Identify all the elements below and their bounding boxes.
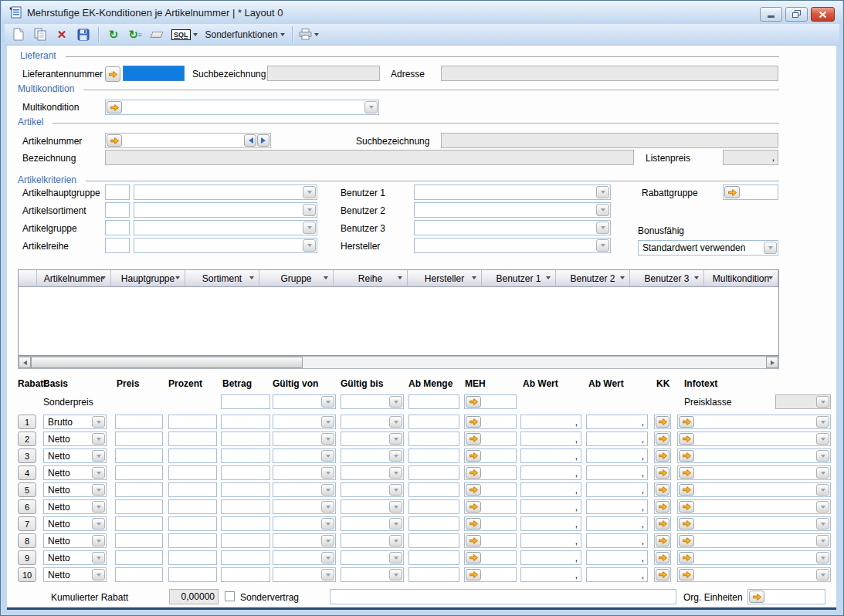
column-filter-icon[interactable] xyxy=(323,273,331,283)
rabatt-row-number[interactable]: 9 xyxy=(18,550,36,565)
gueltig-bis-select[interactable] xyxy=(341,465,404,480)
lookup-arrow-icon[interactable] xyxy=(466,569,481,580)
basis-select[interactable]: Netto xyxy=(43,516,107,531)
rabatt-row-number[interactable]: 5 xyxy=(18,482,36,497)
artikelreihe-select[interactable] xyxy=(134,238,317,253)
ab-wert-1-input[interactable] xyxy=(520,516,581,531)
chevron-down-icon[interactable] xyxy=(816,416,829,428)
ab-menge-input[interactable] xyxy=(408,482,459,497)
org-einheiten-field[interactable] xyxy=(747,589,825,604)
copy-button[interactable] xyxy=(31,26,49,43)
betrag-input[interactable] xyxy=(221,415,270,429)
ab-wert-1-input[interactable] xyxy=(520,432,581,446)
betrag-input[interactable] xyxy=(221,567,270,582)
gueltig-von-select[interactable] xyxy=(273,533,336,548)
lookup-arrow-icon[interactable] xyxy=(679,450,694,462)
betrag-input[interactable] xyxy=(221,432,270,446)
rabatt-row-number[interactable]: 6 xyxy=(18,499,36,514)
sonderpreis-gueltig-von-select[interactable] xyxy=(273,394,336,409)
ab-menge-input[interactable] xyxy=(408,550,459,565)
rabatt-row-number[interactable]: 3 xyxy=(18,448,36,463)
chevron-down-icon[interactable] xyxy=(816,450,829,462)
ab-menge-input[interactable] xyxy=(408,415,459,429)
lookup-arrow-icon[interactable] xyxy=(466,501,481,513)
basis-select[interactable]: Netto xyxy=(43,567,107,582)
multikondition-select[interactable] xyxy=(105,100,379,115)
save-button[interactable] xyxy=(74,26,93,43)
meh-field[interactable] xyxy=(464,448,517,463)
infotext-select[interactable] xyxy=(677,415,831,429)
ab-menge-input[interactable] xyxy=(408,567,459,582)
column-filter-icon[interactable] xyxy=(100,273,109,283)
minimize-button[interactable] xyxy=(760,7,782,22)
lookup-arrow-icon[interactable] xyxy=(466,396,481,408)
chevron-down-icon[interactable] xyxy=(816,433,829,445)
lookup-arrow-icon[interactable] xyxy=(466,535,481,547)
adresse-input[interactable] xyxy=(441,66,778,81)
ab-wert-2-input[interactable] xyxy=(586,567,648,582)
betrag-input[interactable] xyxy=(221,465,270,480)
lieferantennummer-input[interactable] xyxy=(123,66,185,81)
chevron-down-icon[interactable] xyxy=(321,552,334,564)
preis-input[interactable] xyxy=(115,550,163,565)
ab-wert-2-input[interactable] xyxy=(586,533,648,548)
gueltig-bis-select[interactable] xyxy=(341,516,404,531)
print-button[interactable] xyxy=(297,26,321,43)
chevron-down-icon[interactable] xyxy=(321,433,334,445)
rabattgruppe-field[interactable] xyxy=(723,184,778,200)
lookup-arrow-icon[interactable] xyxy=(466,450,481,462)
meh-field[interactable] xyxy=(464,516,517,531)
gueltig-bis-select[interactable] xyxy=(341,432,404,446)
chevron-down-icon[interactable] xyxy=(303,186,316,198)
chevron-down-icon[interactable] xyxy=(816,467,829,479)
lookup-arrow-icon[interactable] xyxy=(679,467,694,479)
ab-wert-1-input[interactable] xyxy=(520,465,581,480)
basis-select[interactable]: Netto xyxy=(43,465,107,480)
rabatt-row-number[interactable]: 10 xyxy=(18,567,36,582)
chevron-down-icon[interactable] xyxy=(321,484,334,496)
kk-button[interactable] xyxy=(656,433,669,445)
chevron-down-icon[interactable] xyxy=(764,242,777,254)
ab-menge-input[interactable] xyxy=(408,465,459,480)
chevron-down-icon[interactable] xyxy=(389,484,402,496)
rabatt-row-number[interactable]: 8 xyxy=(18,533,36,548)
sonderfunktionen-button[interactable]: Sonderfunktionen xyxy=(203,26,287,43)
chevron-down-icon[interactable] xyxy=(389,569,402,580)
ab-wert-1-input[interactable] xyxy=(520,482,581,497)
betrag-input[interactable] xyxy=(221,516,270,531)
ab-wert-2-input[interactable] xyxy=(586,415,648,429)
chevron-down-icon[interactable] xyxy=(92,450,105,462)
gueltig-bis-select[interactable] xyxy=(341,415,404,429)
chevron-down-icon[interactable] xyxy=(321,569,334,580)
preisklasse-select[interactable] xyxy=(775,394,831,409)
infotext-select[interactable] xyxy=(677,432,831,446)
column-header-hauptgruppe[interactable]: Hauptgruppe xyxy=(111,270,185,286)
chevron-down-icon[interactable] xyxy=(303,239,316,252)
chevron-down-icon[interactable] xyxy=(596,204,609,216)
ab-wert-2-input[interactable] xyxy=(586,465,648,480)
chevron-down-icon[interactable] xyxy=(364,101,378,113)
column-header-benutzer-1[interactable]: Benutzer 1 xyxy=(482,270,556,286)
kk-button[interactable] xyxy=(656,484,669,496)
gueltig-bis-select[interactable] xyxy=(341,482,404,497)
artikelsortiment-code-input[interactable] xyxy=(105,202,130,218)
column-filter-icon[interactable] xyxy=(768,273,776,283)
prozent-input[interactable] xyxy=(168,516,217,531)
lookup-arrow-icon[interactable] xyxy=(749,591,764,603)
scroll-right-button[interactable] xyxy=(766,357,778,368)
infotext-select[interactable] xyxy=(677,465,831,480)
chevron-down-icon[interactable] xyxy=(816,552,829,564)
infotext-select[interactable] xyxy=(677,448,831,463)
chevron-down-icon[interactable] xyxy=(596,222,609,234)
gueltig-von-select[interactable] xyxy=(273,432,336,446)
lookup-arrow-icon[interactable] xyxy=(679,552,694,564)
chevron-down-icon[interactable] xyxy=(92,552,105,564)
basis-select[interactable]: Brutto xyxy=(43,415,107,429)
rabatt-row-number[interactable]: 2 xyxy=(18,432,36,446)
basis-select[interactable]: Netto xyxy=(43,448,107,463)
lookup-arrow-icon[interactable] xyxy=(466,552,481,564)
ab-wert-2-input[interactable] xyxy=(586,482,648,497)
chevron-down-icon[interactable] xyxy=(321,396,334,408)
chevron-down-icon[interactable] xyxy=(92,433,105,445)
ab-menge-input[interactable] xyxy=(408,432,459,446)
